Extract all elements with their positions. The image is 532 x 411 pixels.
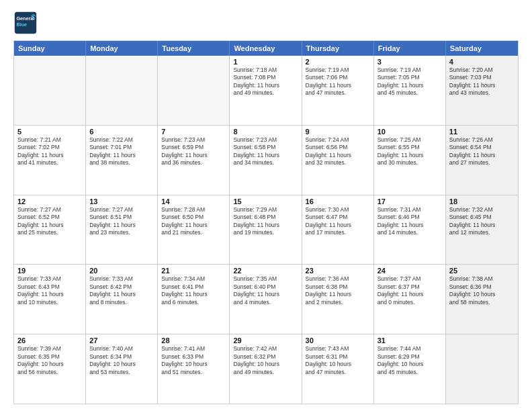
calendar-header: SundayMondayTuesdayWednesdayThursdayFrid…	[14, 41, 518, 56]
logo: General Blue	[13, 11, 40, 35]
day-number: 23	[306, 267, 370, 275]
day-info: Sunrise: 7:22 AM Sunset: 7:01 PM Dayligh…	[89, 136, 154, 167]
day-number: 7	[161, 128, 226, 136]
header-day-tuesday: Tuesday	[158, 41, 230, 56]
day-info: Sunrise: 7:18 AM Sunset: 7:08 PM Dayligh…	[233, 66, 298, 97]
day-info: Sunrise: 7:36 AM Sunset: 6:38 PM Dayligh…	[306, 275, 370, 306]
day-number: 12	[17, 197, 82, 205]
calendar-day-29: 29Sunrise: 7:42 AM Sunset: 6:32 PM Dayli…	[230, 334, 302, 404]
day-number: 25	[449, 267, 515, 275]
day-info: Sunrise: 7:38 AM Sunset: 6:36 PM Dayligh…	[449, 275, 515, 306]
day-number: 9	[306, 128, 370, 136]
calendar-week-5: 26Sunrise: 7:39 AM Sunset: 6:35 PM Dayli…	[14, 334, 518, 404]
day-number: 13	[89, 197, 154, 205]
calendar-day-9: 9Sunrise: 7:24 AM Sunset: 6:56 PM Daylig…	[302, 126, 374, 195]
calendar-week-2: 5Sunrise: 7:21 AM Sunset: 7:02 PM Daylig…	[14, 126, 518, 195]
day-number: 27	[89, 336, 154, 345]
day-info: Sunrise: 7:23 AM Sunset: 6:58 PM Dayligh…	[233, 136, 298, 167]
header: General Blue	[13, 11, 519, 35]
day-info: Sunrise: 7:27 AM Sunset: 6:51 PM Dayligh…	[89, 206, 154, 237]
day-number: 10	[378, 128, 442, 136]
day-info: Sunrise: 7:25 AM Sunset: 6:55 PM Dayligh…	[378, 136, 442, 167]
day-info: Sunrise: 7:33 AM Sunset: 6:43 PM Dayligh…	[17, 275, 82, 306]
calendar-day-30: 30Sunrise: 7:43 AM Sunset: 6:31 PM Dayli…	[302, 334, 374, 404]
day-info: Sunrise: 7:19 AM Sunset: 7:05 PM Dayligh…	[378, 66, 442, 97]
day-number: 31	[378, 336, 442, 345]
calendar-week-3: 12Sunrise: 7:27 AM Sunset: 6:52 PM Dayli…	[14, 195, 518, 265]
day-number: 11	[449, 128, 515, 136]
calendar-day-15: 15Sunrise: 7:29 AM Sunset: 6:48 PM Dayli…	[230, 195, 302, 265]
day-info: Sunrise: 7:44 AM Sunset: 6:29 PM Dayligh…	[378, 345, 442, 376]
calendar-day-12: 12Sunrise: 7:27 AM Sunset: 6:52 PM Dayli…	[14, 195, 86, 265]
day-number: 14	[161, 197, 226, 205]
day-info: Sunrise: 7:37 AM Sunset: 6:37 PM Dayligh…	[378, 275, 442, 306]
calendar-day-21: 21Sunrise: 7:34 AM Sunset: 6:41 PM Dayli…	[158, 265, 230, 334]
calendar-day-26: 26Sunrise: 7:39 AM Sunset: 6:35 PM Dayli…	[14, 334, 86, 404]
day-info: Sunrise: 7:32 AM Sunset: 6:45 PM Dayligh…	[449, 206, 515, 237]
day-info: Sunrise: 7:31 AM Sunset: 6:46 PM Dayligh…	[378, 206, 442, 237]
day-number: 26	[17, 336, 82, 345]
calendar-day-24: 24Sunrise: 7:37 AM Sunset: 6:37 PM Dayli…	[374, 265, 446, 334]
calendar-week-4: 19Sunrise: 7:33 AM Sunset: 6:43 PM Dayli…	[14, 265, 518, 334]
calendar-day-19: 19Sunrise: 7:33 AM Sunset: 6:43 PM Dayli…	[14, 265, 86, 334]
calendar-day-11: 11Sunrise: 7:26 AM Sunset: 6:54 PM Dayli…	[446, 126, 518, 195]
day-number: 3	[378, 58, 442, 66]
calendar-day-20: 20Sunrise: 7:33 AM Sunset: 6:42 PM Dayli…	[86, 265, 158, 334]
calendar-empty	[86, 56, 158, 125]
calendar-day-17: 17Sunrise: 7:31 AM Sunset: 6:46 PM Dayli…	[374, 195, 446, 265]
calendar-week-1: 1Sunrise: 7:18 AM Sunset: 7:08 PM Daylig…	[14, 56, 518, 126]
day-info: Sunrise: 7:20 AM Sunset: 7:03 PM Dayligh…	[449, 66, 515, 97]
day-info: Sunrise: 7:23 AM Sunset: 6:59 PM Dayligh…	[161, 136, 226, 167]
header-day-friday: Friday	[374, 41, 446, 56]
calendar-day-14: 14Sunrise: 7:28 AM Sunset: 6:50 PM Dayli…	[158, 195, 230, 265]
day-info: Sunrise: 7:21 AM Sunset: 7:02 PM Dayligh…	[17, 136, 82, 167]
day-number: 5	[17, 128, 82, 136]
calendar-body: 1Sunrise: 7:18 AM Sunset: 7:08 PM Daylig…	[14, 56, 518, 404]
day-number: 1	[233, 58, 298, 66]
header-day-wednesday: Wednesday	[230, 41, 302, 56]
day-info: Sunrise: 7:33 AM Sunset: 6:42 PM Dayligh…	[89, 275, 154, 306]
calendar: SundayMondayTuesdayWednesdayThursdayFrid…	[13, 40, 519, 404]
calendar-day-1: 1Sunrise: 7:18 AM Sunset: 7:08 PM Daylig…	[230, 56, 302, 125]
day-info: Sunrise: 7:40 AM Sunset: 6:34 PM Dayligh…	[89, 345, 154, 376]
day-number: 19	[17, 267, 82, 275]
calendar-day-5: 5Sunrise: 7:21 AM Sunset: 7:02 PM Daylig…	[14, 126, 86, 195]
calendar-day-25: 25Sunrise: 7:38 AM Sunset: 6:36 PM Dayli…	[446, 265, 518, 334]
calendar-day-13: 13Sunrise: 7:27 AM Sunset: 6:51 PM Dayli…	[86, 195, 158, 265]
day-number: 22	[233, 267, 298, 275]
calendar-empty	[14, 56, 86, 125]
calendar-day-22: 22Sunrise: 7:35 AM Sunset: 6:40 PM Dayli…	[230, 265, 302, 334]
day-info: Sunrise: 7:26 AM Sunset: 6:54 PM Dayligh…	[449, 136, 515, 167]
day-number: 18	[449, 197, 515, 205]
calendar-day-16: 16Sunrise: 7:30 AM Sunset: 6:47 PM Dayli…	[302, 195, 374, 265]
logo-icon: General Blue	[13, 11, 38, 35]
day-info: Sunrise: 7:43 AM Sunset: 6:31 PM Dayligh…	[306, 345, 370, 376]
day-info: Sunrise: 7:35 AM Sunset: 6:40 PM Dayligh…	[233, 275, 298, 306]
day-number: 16	[306, 197, 370, 205]
day-info: Sunrise: 7:24 AM Sunset: 6:56 PM Dayligh…	[306, 136, 370, 167]
calendar-day-23: 23Sunrise: 7:36 AM Sunset: 6:38 PM Dayli…	[302, 265, 374, 334]
svg-text:General: General	[17, 15, 35, 21]
day-number: 29	[233, 336, 298, 345]
calendar-day-27: 27Sunrise: 7:40 AM Sunset: 6:34 PM Dayli…	[86, 334, 158, 404]
day-info: Sunrise: 7:28 AM Sunset: 6:50 PM Dayligh…	[161, 206, 226, 237]
day-number: 21	[161, 267, 226, 275]
day-number: 30	[306, 336, 370, 345]
page: General Blue SundayMondayTuesdayWednesda…	[0, 0, 532, 411]
day-info: Sunrise: 7:42 AM Sunset: 6:32 PM Dayligh…	[233, 345, 298, 376]
day-number: 2	[306, 58, 370, 66]
day-number: 15	[233, 197, 298, 205]
calendar-empty	[158, 56, 230, 125]
day-info: Sunrise: 7:39 AM Sunset: 6:35 PM Dayligh…	[17, 345, 82, 376]
day-number: 28	[161, 336, 226, 345]
day-number: 20	[89, 267, 154, 275]
header-day-monday: Monday	[86, 41, 158, 56]
calendar-day-4: 4Sunrise: 7:20 AM Sunset: 7:03 PM Daylig…	[446, 56, 518, 125]
calendar-day-3: 3Sunrise: 7:19 AM Sunset: 7:05 PM Daylig…	[374, 56, 446, 125]
day-number: 8	[233, 128, 298, 136]
calendar-day-18: 18Sunrise: 7:32 AM Sunset: 6:45 PM Dayli…	[446, 195, 518, 265]
header-day-saturday: Saturday	[446, 41, 518, 56]
day-info: Sunrise: 7:29 AM Sunset: 6:48 PM Dayligh…	[233, 206, 298, 237]
header-day-sunday: Sunday	[14, 41, 86, 56]
calendar-day-31: 31Sunrise: 7:44 AM Sunset: 6:29 PM Dayli…	[374, 334, 446, 404]
